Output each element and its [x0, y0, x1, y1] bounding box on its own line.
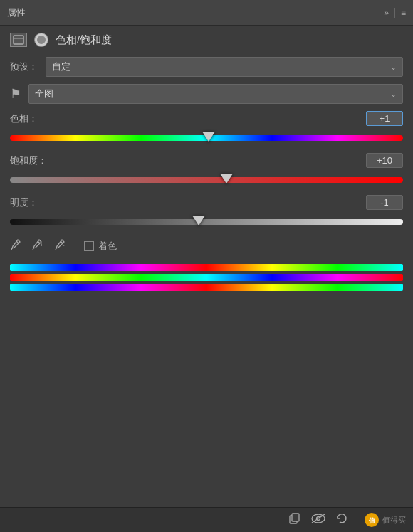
bottom-bar: 值 值得买 — [0, 507, 413, 532]
saturation-track — [10, 177, 403, 183]
hue-thumb[interactable] — [202, 132, 215, 142]
range-row: ⚑ 全图 ⌄ — [10, 84, 403, 104]
watermark-text: 值得买 — [382, 515, 406, 526]
saturation-header: 饱和度： +10 — [10, 153, 403, 168]
header-divider — [394, 8, 395, 18]
saturation-label: 饱和度： — [10, 154, 47, 167]
copy-layers-icon[interactable] — [288, 512, 301, 528]
preset-row: 预设： 自定 ⌄ — [10, 57, 403, 77]
svg-line-5 — [33, 248, 33, 250]
eyedropper-icon[interactable] — [10, 238, 21, 254]
undo-icon[interactable] — [335, 512, 348, 528]
sub-title: 色相/饱和度 — [56, 33, 112, 47]
svg-text:值: 值 — [368, 517, 376, 524]
svg-text:-: - — [63, 242, 65, 248]
colorize-group: 着色 — [84, 240, 117, 252]
watermark: 值 值得买 — [364, 512, 406, 528]
svg-line-8 — [56, 248, 56, 250]
preset-label: 预设： — [10, 60, 46, 73]
lightness-track — [10, 219, 403, 225]
tools-row: + - 着色 — [10, 238, 403, 254]
svg-line-3 — [11, 248, 12, 250]
range-arrow: ⌄ — [390, 90, 397, 99]
forward-icon[interactable]: » — [384, 8, 389, 18]
range-value: 全图 — [35, 87, 53, 100]
panel-title: 属性 — [7, 6, 26, 19]
panel-header: 属性 » ≡ — [0, 0, 413, 26]
color-bar-middle — [10, 274, 403, 281]
saturation-value[interactable]: +10 — [366, 153, 403, 168]
hue-value[interactable]: +1 — [366, 111, 403, 126]
hue-header: 色相： +1 — [10, 111, 403, 126]
saturation-thumb[interactable] — [220, 174, 233, 183]
preset-dropdown[interactable]: 自定 ⌄ — [46, 57, 403, 77]
lightness-section: 明度： -1 — [10, 195, 403, 228]
saturation-track-container[interactable] — [10, 172, 403, 186]
hue-section: 色相： +1 — [10, 111, 403, 144]
lightness-header: 明度： -1 — [10, 195, 403, 210]
menu-icon[interactable]: ≡ — [401, 8, 406, 18]
eyedropper-remove-icon[interactable]: - — [54, 238, 67, 254]
lightness-label: 明度： — [10, 196, 38, 209]
header-icons: » ≡ — [384, 8, 406, 18]
svg-rect-11 — [292, 514, 299, 521]
color-bars — [10, 264, 403, 291]
color-bar-bottom — [10, 284, 403, 291]
color-bar-top — [10, 264, 403, 271]
properties-panel: 属性 » ≡ 色相/饱和度 预设： 自定 ⌄ — [0, 0, 413, 532]
svg-text:+: + — [40, 242, 43, 248]
lightness-track-container[interactable] — [10, 214, 403, 228]
range-dropdown[interactable]: 全图 ⌄ — [28, 84, 403, 104]
hue-label: 色相： — [10, 112, 38, 125]
hue-track-container[interactable] — [10, 130, 403, 144]
visibility-icon[interactable] — [311, 514, 325, 526]
layer-icon — [10, 33, 27, 47]
saturation-section: 饱和度： +10 — [10, 153, 403, 186]
preset-arrow: ⌄ — [390, 63, 397, 72]
preset-value: 自定 — [52, 60, 70, 73]
svg-line-2 — [16, 241, 19, 243]
panel-content: 色相/饱和度 预设： 自定 ⌄ ⚑ 全图 ⌄ 色相： +1 — [0, 26, 413, 507]
hand-icon: ⚑ — [10, 86, 21, 102]
circle-icon — [34, 33, 48, 47]
sub-header: 色相/饱和度 — [10, 33, 403, 47]
watermark-logo: 值 — [364, 512, 380, 528]
lightness-value[interactable]: -1 — [366, 195, 403, 210]
colorize-label: 着色 — [98, 240, 117, 252]
eyedropper-add-icon[interactable]: + — [31, 238, 44, 254]
svg-rect-0 — [14, 36, 23, 44]
colorize-checkbox[interactable] — [84, 241, 94, 251]
lightness-thumb[interactable] — [192, 216, 205, 225]
